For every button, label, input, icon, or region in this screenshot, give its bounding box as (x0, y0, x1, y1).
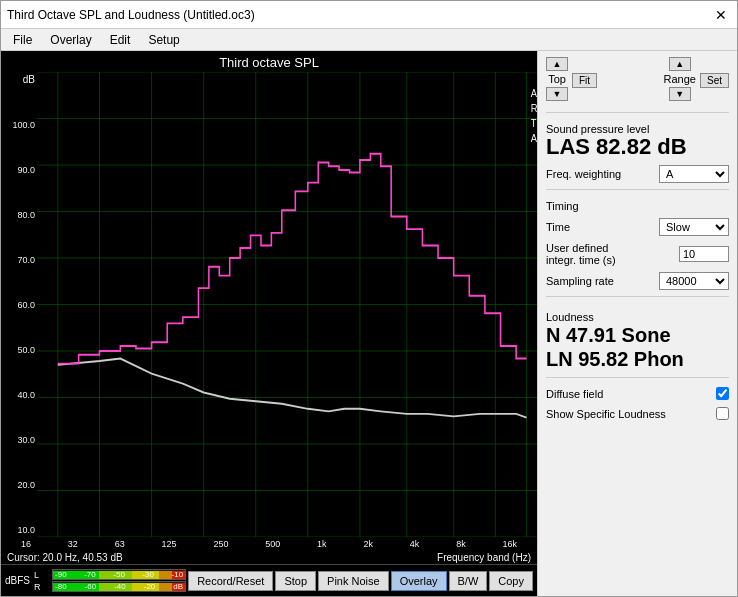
main-window: Third Octave SPL and Loudness (Untitled.… (0, 0, 738, 597)
x-axis: 16 32 63 125 250 500 1k 2k 4k 8k 16k (1, 537, 537, 551)
sampling-rate-row: Sampling rate 48000 44100 96000 (546, 272, 729, 290)
x-63: 63 (115, 539, 125, 549)
main-content: Third octave SPL dB 100.0 90.0 80.0 70.0… (1, 51, 737, 596)
x-125: 125 (162, 539, 177, 549)
y-60: 60.0 (3, 300, 35, 310)
range-control-group: ▲ Range ▼ (664, 57, 696, 101)
copy-button[interactable]: Copy (489, 571, 533, 591)
time-row: Time Slow Fast Impulse (546, 218, 729, 236)
chart-title: Third octave SPL (1, 51, 537, 72)
y-20: 20.0 (3, 480, 35, 490)
record-reset-button[interactable]: Record/Reset (188, 571, 273, 591)
y-10: 10.0 (3, 525, 35, 535)
show-specific-label: Show Specific Loudness (546, 408, 666, 420)
y-80: 80.0 (3, 210, 35, 220)
menu-bar: File Overlay Edit Setup (1, 29, 737, 51)
top-down-btn[interactable]: ▼ (546, 87, 568, 101)
pink-noise-button[interactable]: Pink Noise (318, 571, 389, 591)
x-250: 250 (213, 539, 228, 549)
sampling-rate-label: Sampling rate (546, 275, 614, 287)
chart-area: Third octave SPL dB 100.0 90.0 80.0 70.0… (1, 51, 537, 596)
chart-svg: A R T A (37, 72, 537, 537)
window-title: Third Octave SPL and Loudness (Untitled.… (7, 8, 255, 22)
level-bar-L: -90 -70 -50 -30 -10 (52, 569, 186, 580)
y-50: 50.0 (3, 345, 35, 355)
range-label: Range (664, 73, 696, 85)
spl-section: Sound pressure level LAS 82.82 dB (546, 119, 729, 159)
y-70: 70.0 (3, 255, 35, 265)
x-2k: 2k (363, 539, 373, 549)
top-label: Top (548, 73, 566, 85)
tick-L-70: -70 (84, 570, 96, 579)
loudness-section-label: Loudness (546, 311, 729, 323)
menu-file[interactable]: File (5, 31, 40, 48)
range-up-btn[interactable]: ▲ (669, 57, 691, 71)
divider-1 (546, 112, 729, 113)
dbfs-label: dBFS (5, 575, 30, 586)
freq-weighting-select[interactable]: A B C Z (659, 165, 729, 183)
x-32: 32 (68, 539, 78, 549)
chart-bottom-info: Cursor: 20.0 Hz, 40.53 dB Frequency band… (1, 551, 537, 564)
tick-L-30: -30 (142, 570, 154, 579)
bw-button[interactable]: B/W (449, 571, 488, 591)
loudness-section: Loudness N 47.91 Sone LN 95.82 Phon (546, 307, 729, 371)
time-label: Time (546, 221, 570, 233)
menu-edit[interactable]: Edit (102, 31, 139, 48)
integr-label: integr. time (s) (546, 254, 616, 266)
tick-R-60: -60 (85, 582, 97, 591)
tick-L-90: -90 (55, 570, 67, 579)
top-up-btn[interactable]: ▲ (546, 57, 568, 71)
x-16: 16 (21, 539, 31, 549)
x-8k: 8k (456, 539, 466, 549)
x-500: 500 (265, 539, 280, 549)
user-defined-row: User defined integr. time (s) (546, 242, 729, 266)
overlay-button[interactable]: Overlay (391, 571, 447, 591)
x-1k: 1k (317, 539, 327, 549)
level-row-R: R -80 -60 (34, 581, 186, 592)
divider-2 (546, 189, 729, 190)
chart-main: A R T A (37, 72, 537, 537)
range-down-btn[interactable]: ▼ (669, 87, 691, 101)
R-label: R (34, 582, 50, 592)
stop-button[interactable]: Stop (275, 571, 316, 591)
y-30: 30.0 (3, 435, 35, 445)
loudness-ln: LN 95.82 Phon (546, 347, 729, 371)
svg-text:A: A (531, 87, 537, 99)
sampling-rate-select[interactable]: 48000 44100 96000 (659, 272, 729, 290)
integr-input[interactable] (679, 246, 729, 262)
diffuse-field-label: Diffuse field (546, 388, 603, 400)
y-40: 40.0 (3, 390, 35, 400)
tick-R-80: -80 (55, 582, 67, 591)
loudness-n: N 47.91 Sone (546, 323, 729, 347)
freq-weighting-label: Freq. weighting (546, 168, 621, 180)
right-panel: ▲ Top ▼ Fit ▲ Range ▼ Set (537, 51, 737, 596)
menu-overlay[interactable]: Overlay (42, 31, 99, 48)
user-defined-label: User defined (546, 242, 616, 254)
bottom-buttons: Record/Reset Stop Pink Noise Overlay B/W… (188, 571, 533, 591)
fit-control-group: Fit (572, 57, 597, 104)
time-select[interactable]: Slow Fast Impulse (659, 218, 729, 236)
x-4k: 4k (410, 539, 420, 549)
tick-L-10: -10 (172, 570, 184, 579)
show-specific-checkbox[interactable] (716, 407, 729, 420)
close-button[interactable]: ✕ (711, 5, 731, 25)
cursor-info: Cursor: 20.0 Hz, 40.53 dB (7, 552, 123, 563)
diffuse-field-checkbox[interactable] (716, 387, 729, 400)
range-set-button[interactable]: Set (700, 73, 729, 88)
show-specific-row: Show Specific Loudness (546, 407, 729, 420)
spl-value: LAS 82.82 dB (546, 135, 729, 159)
top-control-group: ▲ Top ▼ (546, 57, 568, 101)
timing-section-label: Timing (546, 200, 729, 212)
divider-4 (546, 377, 729, 378)
top-range-controls: ▲ Top ▼ Fit ▲ Range ▼ Set (546, 57, 729, 104)
fit-button[interactable]: Fit (572, 73, 597, 88)
x-16k: 16k (502, 539, 517, 549)
tick-R-db: dB (173, 582, 183, 591)
chart-wrapper: dB 100.0 90.0 80.0 70.0 60.0 50.0 40.0 3… (1, 72, 537, 537)
svg-text:T: T (531, 117, 537, 129)
level-bar-R: -80 -60 -40 -20 dB (52, 581, 186, 592)
svg-text:R: R (531, 102, 537, 114)
divider-3 (546, 296, 729, 297)
y-100: 100.0 (3, 120, 35, 130)
menu-setup[interactable]: Setup (140, 31, 187, 48)
